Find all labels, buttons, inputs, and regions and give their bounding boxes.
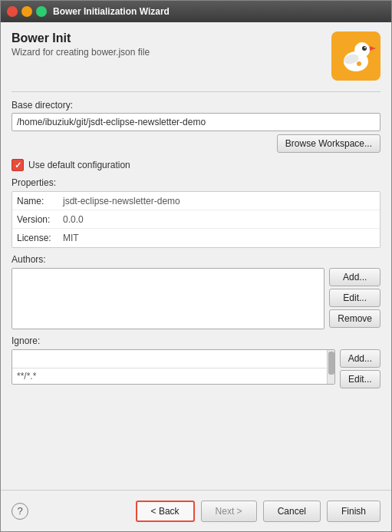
maximize-button[interactable] xyxy=(36,6,47,17)
ignore-edit-button[interactable]: Edit... xyxy=(340,370,380,388)
authors-remove-button[interactable]: Remove xyxy=(329,309,380,328)
prop-val-name: jsdt-eclipse-newsletter-demo xyxy=(63,196,375,207)
ignore-list: **/*.* xyxy=(12,368,327,384)
ignore-buttons: Add... Edit... xyxy=(340,349,380,388)
minimize-button[interactable] xyxy=(21,6,32,17)
prop-row-version: Version: 0.0.0 xyxy=(12,210,380,229)
header-row: Bower Init Wizard for creating bower.jso… xyxy=(12,31,380,81)
wizard-footer: ? < Back Next > Cancel Finish xyxy=(1,490,391,531)
ignore-inner: **/*.* xyxy=(12,350,327,384)
title-text: Bower Initialization Wizard xyxy=(53,6,170,17)
prop-row-name: Name: jsdt-eclipse-newsletter-demo xyxy=(12,192,380,210)
authors-row: Add... Edit... Remove xyxy=(12,268,380,329)
header-divider xyxy=(12,91,380,92)
next-button[interactable]: Next > xyxy=(201,501,257,522)
prop-key-version: Version: xyxy=(17,214,63,225)
authors-section: Authors: Add... Edit... Remove xyxy=(12,254,380,329)
default-config-label: Use default configuration xyxy=(28,160,130,170)
finish-button[interactable]: Finish xyxy=(327,501,380,522)
wizard-title: Bower Init xyxy=(12,31,331,45)
base-dir-input[interactable] xyxy=(12,113,380,131)
cancel-button[interactable]: Cancel xyxy=(263,501,321,522)
properties-box: Name: jsdt-eclipse-newsletter-demo Versi… xyxy=(12,191,380,248)
bower-logo xyxy=(331,31,380,81)
ignore-label: Ignore: xyxy=(12,335,380,346)
bower-bird-svg xyxy=(334,35,377,78)
back-button[interactable]: < Back xyxy=(136,501,195,522)
authors-label: Authors: xyxy=(12,254,380,265)
browse-workspace-button[interactable]: Browse Workspace... xyxy=(277,134,380,153)
prop-key-license: License: xyxy=(17,233,63,243)
content-area: Bower Init Wizard for creating bower.jso… xyxy=(1,22,391,490)
header-text: Bower Init Wizard for creating bower.jso… xyxy=(12,31,331,58)
prop-val-version: 0.0.0 xyxy=(63,214,375,225)
wizard-subtitle: Wizard for creating bower.json file xyxy=(12,47,331,58)
ignore-row: **/*.* Add... Edit... xyxy=(12,349,380,484)
help-button[interactable]: ? xyxy=(12,503,28,520)
prop-val-license: MIT xyxy=(63,233,375,243)
authors-add-button[interactable]: Add... xyxy=(329,268,380,286)
authors-buttons: Add... Edit... Remove xyxy=(329,268,380,328)
ignore-scrollbar[interactable] xyxy=(327,350,334,384)
ignore-input[interactable] xyxy=(12,350,327,368)
authors-edit-button[interactable]: Edit... xyxy=(329,289,380,307)
ignore-add-button[interactable]: Add... xyxy=(340,349,380,368)
base-dir-label: Base directory: xyxy=(12,100,380,111)
help-icon-text: ? xyxy=(17,505,22,517)
prop-row-license: License: MIT xyxy=(12,229,380,247)
close-button[interactable] xyxy=(7,6,18,17)
svg-point-4 xyxy=(364,47,366,48)
properties-label: Properties: xyxy=(12,177,380,188)
ignore-section: Ignore: **/*.* Add... Edit... xyxy=(12,335,380,484)
svg-point-7 xyxy=(357,61,361,66)
ignore-scrollbar-thumb xyxy=(328,352,334,375)
ignore-list-item: **/*.* xyxy=(17,370,322,382)
title-bar: Bower Initialization Wizard xyxy=(1,1,391,22)
prop-key-name: Name: xyxy=(17,196,63,207)
default-config-checkbox[interactable] xyxy=(12,159,24,171)
window-controls xyxy=(7,6,47,17)
default-config-row: Use default configuration xyxy=(12,159,380,171)
authors-list[interactable] xyxy=(12,268,324,329)
wizard-window: Bower Initialization Wizard Bower Init W… xyxy=(0,0,392,532)
browse-row: Browse Workspace... xyxy=(12,134,380,153)
svg-point-3 xyxy=(362,46,367,51)
ignore-list-wrap: **/*.* xyxy=(12,349,335,385)
